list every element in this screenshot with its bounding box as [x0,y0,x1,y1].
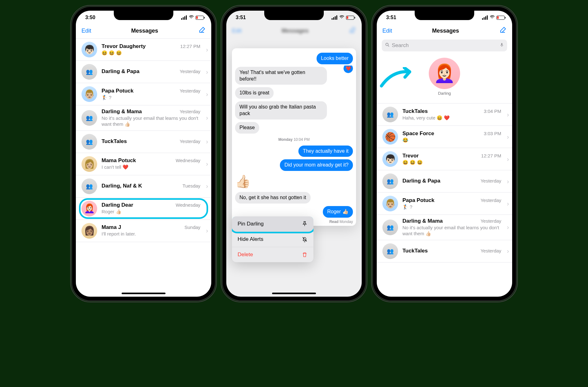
row-body: Papa PotuckYesterday🏌️ ? [402,197,501,210]
screen-3: 3:51 Edit Messages Search [377,11,512,297]
avatar: 👥 [81,134,97,150]
conversation-time: Yesterday [480,198,501,203]
conversation-time: Tuesday [182,183,200,188]
edit-button[interactable]: Edit [81,28,91,34]
conversation-row[interactable]: 🏀Space Force3:03 PM😂› [377,126,512,148]
conversation-row[interactable]: 👨🏼Papa PotuckYesterday🏌️ ?› [377,193,512,215]
trash-icon [302,252,308,258]
chevron-right-icon: › [206,114,208,121]
conversation-time: Yesterday [480,218,501,224]
conversation-time: 3:03 PM [484,131,501,136]
conversation-row[interactable]: 👥Darling & MamaYesterdayNo it's actually… [76,105,211,131]
conversation-row[interactable]: 👥Darling & PapaYesterday › [76,61,211,83]
pinned-area: 👩🏻‍🦰 Darling [377,55,512,103]
menu-item-delete[interactable]: Delete [232,247,313,262]
conversation-time: Sunday [184,225,200,230]
status-indicators [482,14,505,21]
conversation-time: 12:27 PM [180,44,200,49]
conversation-list: 👥TuckTales3:04 PMHaha, very cute 😄 ❤️›🏀S… [377,103,512,262]
pin-icon [302,221,308,227]
conversation-time: 12:27 PM [481,153,501,158]
home-indicator[interactable] [272,293,316,294]
tapback-heart-icon: ❤️ [344,66,353,73]
wifi-icon [189,14,194,21]
conversation-name: TuckTales [102,138,127,145]
conversation-row[interactable]: 👦🏻Trevor12:27 PM😆 😆 😆› [377,148,512,170]
search-placeholder: Search [392,42,409,49]
home-indicator[interactable] [122,293,165,294]
chevron-right-icon: › [507,224,509,231]
avatar: 👥 [382,107,398,122]
conversation-row[interactable]: 👥Darling & PapaYesterday › [377,170,512,193]
edit-button[interactable]: Edit [382,28,392,34]
avatar: 👦🏻 [81,42,97,57]
conversation-row[interactable]: 👨🏼Papa PotuckYesterday🏌️ ?› [76,83,211,105]
compose-button[interactable] [499,26,507,35]
conversation-name: Darling Dear [102,202,133,208]
conversation-row[interactable]: 👥Darling & MamaYesterdayNo it's actually… [377,215,512,240]
conversation-name: TuckTales [402,248,428,254]
nav-bar: Edit Messages [76,24,211,38]
conversation-time: Yesterday [180,139,200,144]
conversation-name: Trevor [402,153,419,159]
conversation-row[interactable]: 👩🏻‍🦰Darling DearWednesdayRoger 👍🏻› [76,198,211,220]
status-time: 3:51 [386,15,396,20]
screen-1: 3:50 Edit Messages 👦🏻Trevor Daugherty12:… [76,11,211,297]
menu-item-hide-alerts[interactable]: Hide Alerts [232,232,313,247]
conversation-name: Mama Potuck [102,157,136,164]
context-menu: Pin Darling Hide Alerts Delete [232,216,313,262]
search-field[interactable]: Search [382,40,507,51]
phone-frame-1: 3:50 Edit Messages 👦🏻Trevor Daugherty12:… [71,6,216,301]
page-title: Messages [131,28,158,34]
mic-icon[interactable] [500,42,504,49]
conversation-preview: 🏌️ ? [402,204,501,210]
conversation-time: 3:04 PM [484,109,501,114]
avatar: 👨🏼 [81,86,97,102]
row-body: Papa PotuckYesterday🏌️ ? [102,88,200,101]
conversation-preview: Haha, very cute 😄 ❤️ [402,115,501,121]
wifi-icon [490,14,495,21]
notch [415,11,474,20]
compose-button[interactable] [198,26,206,35]
conversation-row[interactable]: 👩🏽Mama JSundayI'll report in later.› [76,220,211,242]
conversation-row[interactable]: 👥Darling, Naf & KTuesday › [76,175,211,198]
pinned-conversation-avatar[interactable]: 👩🏻‍🦰 [429,58,460,89]
screen-2: 3:51 Edit Messages Looks better ❤️ [226,11,362,297]
menu-item-pin[interactable]: Pin Darling [232,216,313,232]
annotation-arrow-icon [380,67,414,89]
conversation-name: Mama J [102,224,121,231]
notch [114,11,173,20]
row-body: Trevor Daugherty12:27 PM😆 😆 😆 [102,43,200,56]
chevron-right-icon: › [206,160,208,167]
row-body: Darling & PapaYesterday [102,68,200,75]
conversation-row[interactable]: 👥TuckTalesYesterday › [76,131,211,153]
conversation-row[interactable]: 👥TuckTalesYesterday › [377,240,512,262]
conversation-preview: 😆 😆 😆 [402,160,501,166]
conversation-time: Yesterday [480,178,501,183]
row-body: Space Force3:03 PM😂 [402,130,501,143]
row-body: TuckTalesYesterday [102,138,200,145]
battery-icon [496,16,505,20]
conversation-row[interactable]: 👩🏼Mama PotuckWednesdayI can't tell ❤️› [76,153,211,175]
message-in: Yes! That's what we've gotten before!! [235,67,327,85]
conversation-preview: 😆 😆 😆 [102,50,200,56]
message-in: No, get it she has not gotten it [235,192,311,204]
row-body: Darling & PapaYesterday [402,178,501,185]
battery-icon [346,16,354,20]
row-body: Darling & MamaYesterdayNo it's actually … [102,109,200,127]
phone-frame-2: 3:51 Edit Messages Looks better ❤️ [222,6,366,301]
chevron-right-icon: › [206,91,208,98]
conversation-row[interactable]: 👥TuckTales3:04 PMHaha, very cute 😄 ❤️› [377,103,512,126]
conversation-name: Space Force [402,130,434,137]
conversation-name: Trevor Daugherty [102,43,146,50]
conversation-name: Papa Potuck [402,197,434,204]
conversation-preview: No it's actually your email that learns … [402,225,501,237]
message-out: Looks better [317,53,353,64]
conversation-preview: Roger 👍🏻 [102,209,200,215]
row-body: Darling, Naf & KTuesday [102,183,200,190]
conversation-time: Yesterday [180,109,200,114]
conversation-row[interactable]: 👦🏻Trevor Daugherty12:27 PM😆 😆 😆› [76,38,211,61]
chevron-right-icon: › [206,68,208,76]
row-body: TuckTales3:04 PMHaha, very cute 😄 ❤️ [402,108,501,121]
row-body: Trevor12:27 PM😆 😆 😆 [402,153,501,166]
